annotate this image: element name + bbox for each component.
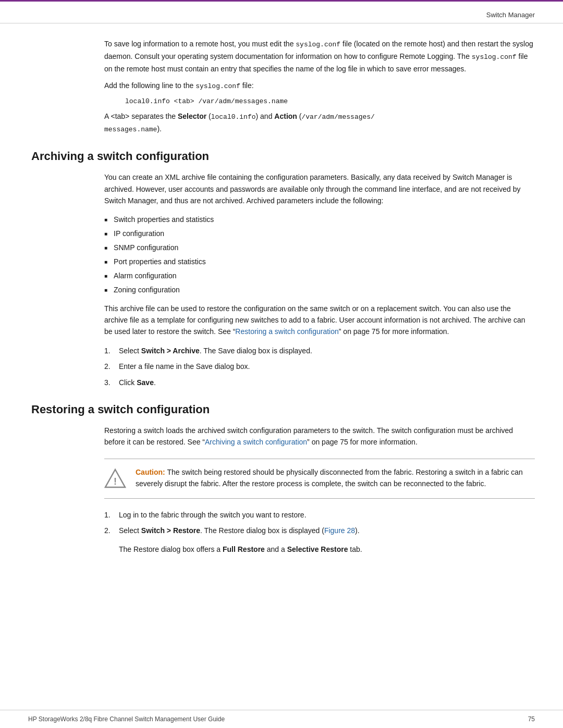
- intro-para1: To save log information to a remote host…: [104, 38, 535, 75]
- restoring-heading: Restoring a switch configuration: [31, 403, 535, 416]
- restoring-link1[interactable]: Archiving a switch configuration: [205, 438, 307, 446]
- archiving-para2: This archive file can be used to restore…: [104, 303, 535, 338]
- restoring-steps: 1. Log in to the fabric through the swit…: [104, 509, 535, 537]
- list-item: Alarm configuration: [104, 270, 535, 281]
- page-container: Switch Manager To save log information t…: [0, 0, 563, 728]
- restore-sub-note: The Restore dialog box offers a Full Res…: [119, 544, 535, 555]
- archiving-heading: Archiving a switch configuration: [31, 150, 535, 163]
- list-item: Zoning configuration: [104, 285, 535, 295]
- archiving-bullet-list: Switch properties and statistics IP conf…: [104, 214, 535, 295]
- list-item: Port properties and statistics: [104, 256, 535, 267]
- page-footer: HP StorageWorks 2/8q Fibre Channel Switc…: [0, 710, 563, 728]
- top-border: [0, 0, 563, 2]
- intro-block: To save log information to a remote host…: [104, 38, 535, 135]
- list-item: 2. Select Switch > Restore. The Restore …: [104, 525, 535, 536]
- caution-icon: !: [104, 467, 126, 491]
- archiving-steps: 1. Select Switch > Archive. The Save dia…: [104, 345, 535, 388]
- footer-left: HP StorageWorks 2/8q Fibre Channel Switc…: [28, 715, 225, 723]
- caution-body: The switch being restored should be phys…: [136, 468, 523, 488]
- code-block: local0.info <tab> /var/adm/messages.name: [125, 97, 535, 105]
- figure28-link[interactable]: Figure 28: [324, 526, 355, 535]
- footer-page-number: 75: [528, 715, 535, 723]
- caution-text-block: Caution: The switch being restored shoul…: [136, 466, 535, 490]
- intro-para3: A <tab> separates the Selector (local0.i…: [104, 110, 535, 135]
- list-item: IP configuration: [104, 228, 535, 239]
- list-item: 1. Select Switch > Archive. The Save dia…: [104, 345, 535, 356]
- content-area: To save log information to a remote host…: [0, 23, 563, 710]
- header-title: Switch Manager: [486, 11, 535, 19]
- list-item: 3. Click Save.: [104, 377, 535, 388]
- list-item: SNMP configuration: [104, 242, 535, 253]
- svg-text:!: !: [114, 476, 117, 487]
- list-item: 1. Log in to the fabric through the swit…: [104, 509, 535, 521]
- caution-box: ! Caution: The switch being restored sho…: [104, 459, 535, 499]
- archiving-para1: You can create an XML archive file conta…: [104, 171, 535, 206]
- warning-triangle-icon: !: [104, 467, 126, 489]
- list-item: 2. Enter a file name in the Save dialog …: [104, 361, 535, 372]
- list-item: Switch properties and statistics: [104, 214, 535, 225]
- intro-para2: Add the following line to the syslog.con…: [104, 80, 535, 92]
- caution-label: Caution:: [136, 468, 165, 476]
- archiving-link1[interactable]: Restoring a switch configuration: [235, 327, 338, 336]
- page-header: Switch Manager: [0, 2, 563, 23]
- restoring-para1: Restoring a switch loads the archived sw…: [104, 425, 535, 448]
